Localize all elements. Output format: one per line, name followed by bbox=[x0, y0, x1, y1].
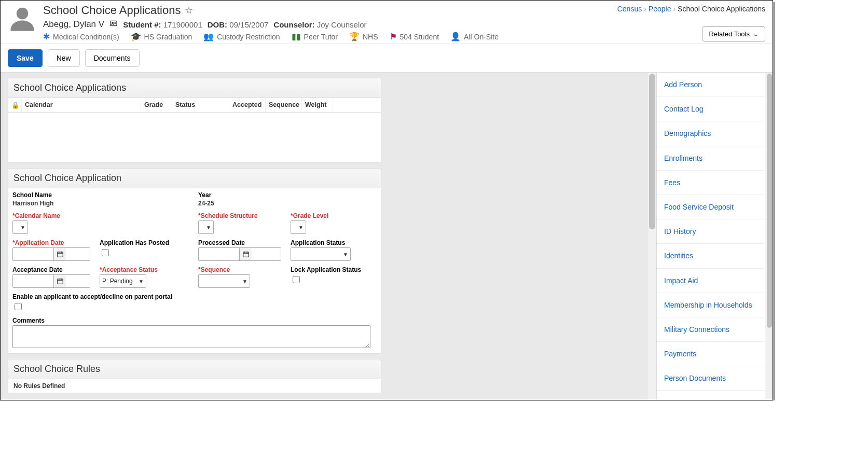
custody-icon: 👥 bbox=[203, 32, 214, 41]
lock-checkbox[interactable] bbox=[293, 276, 300, 283]
content-scrollbar[interactable] bbox=[648, 73, 656, 400]
table-empty bbox=[8, 113, 381, 162]
dob-value: 09/15/2007 bbox=[229, 20, 268, 29]
flag-custody[interactable]: 👥Custody Restriction bbox=[203, 32, 280, 41]
student-no-label: Student #: bbox=[123, 20, 161, 29]
acceptance-status-label: *Acceptance Status bbox=[100, 266, 189, 273]
comments-label: Comments bbox=[12, 317, 377, 324]
svg-rect-5 bbox=[57, 252, 63, 257]
sidebar-item-fees[interactable]: Fees bbox=[657, 171, 773, 195]
flag-peer-tutor[interactable]: ▮▮Peer Tutor bbox=[292, 32, 338, 41]
acceptance-date-input[interactable] bbox=[12, 274, 90, 288]
sidebar-item-food-service-deposit[interactable]: Food Service Deposit bbox=[657, 195, 773, 219]
acceptance-date-label: Acceptance Date bbox=[12, 266, 90, 273]
svg-point-2 bbox=[112, 22, 114, 24]
calendar-icon[interactable] bbox=[53, 275, 66, 287]
lock-label: Lock Application Status bbox=[291, 266, 361, 273]
col-sequence[interactable]: Sequence bbox=[266, 98, 302, 112]
lock-icon: 🔒 bbox=[8, 98, 22, 112]
dob-label: DOB: bbox=[208, 20, 227, 29]
year-label: Year bbox=[198, 191, 214, 199]
applications-list-panel: School Choice Applications 🔒 Calendar Gr… bbox=[8, 78, 381, 163]
chevron-right-icon: › bbox=[673, 5, 676, 13]
app-status-select[interactable]: ▼ bbox=[291, 247, 351, 261]
sidebar-item-id-history[interactable]: ID History bbox=[657, 219, 773, 244]
sidebar-item-demographics[interactable]: Demographics bbox=[657, 121, 773, 146]
acceptance-status-select[interactable]: P: Pending ▼ bbox=[100, 274, 146, 288]
rules-panel: School Choice Rules No Rules Defined bbox=[8, 359, 381, 393]
sidebar-item-programs[interactable]: Programs bbox=[657, 391, 773, 400]
svg-rect-9 bbox=[243, 252, 249, 257]
sidebar-item-impact-aid[interactable]: Impact Aid bbox=[657, 269, 773, 293]
application-date-label: *Application Date bbox=[12, 239, 90, 246]
contact-card-icon[interactable] bbox=[109, 19, 118, 30]
rules-none: No Rules Defined bbox=[8, 379, 381, 393]
flag-icon: ⚑ bbox=[390, 32, 397, 41]
calendar-label: *Calendar Name bbox=[12, 212, 189, 219]
flag-nhs[interactable]: 🏆NHS bbox=[349, 32, 378, 41]
sidebar-item-enrollments[interactable]: Enrollments bbox=[657, 146, 773, 171]
sidebar-item-add-person[interactable]: Add Person bbox=[657, 73, 773, 97]
caret-down-icon: ▼ bbox=[298, 225, 304, 230]
documents-button[interactable]: Documents bbox=[85, 49, 140, 67]
flag-onsite[interactable]: 👤All On-Site bbox=[450, 32, 499, 41]
calendar-icon[interactable] bbox=[239, 248, 252, 260]
schedule-select[interactable]: ▼ bbox=[198, 220, 214, 234]
flag-medical[interactable]: ✱Medical Condition(s) bbox=[43, 32, 119, 41]
table-header: 🔒 Calendar Grade Status Accepted Sequenc… bbox=[8, 98, 381, 113]
col-grade[interactable]: Grade bbox=[141, 98, 172, 112]
counselor-label: Counselor: bbox=[273, 20, 314, 29]
col-status[interactable]: Status bbox=[172, 98, 229, 112]
sidebar-item-contact-log[interactable]: Contact Log bbox=[657, 97, 773, 121]
book-icon: ▮▮ bbox=[292, 32, 301, 41]
app-status-label: Application Status bbox=[291, 239, 351, 246]
grade-level-select[interactable]: ▼ bbox=[291, 220, 306, 234]
breadcrumb-link-census[interactable]: Census bbox=[617, 5, 642, 13]
avatar bbox=[8, 4, 37, 33]
chevron-right-icon: › bbox=[644, 5, 646, 13]
sidebar-item-membership-households[interactable]: Membership in Households bbox=[657, 293, 773, 317]
flag-graduation[interactable]: 🎓HS Graduation bbox=[131, 32, 192, 41]
sidebar-item-military-connections[interactable]: Military Connections bbox=[657, 317, 773, 342]
related-tools-label: Related Tools bbox=[709, 30, 750, 38]
posted-checkbox[interactable] bbox=[102, 249, 109, 256]
sidebar-item-payments[interactable]: Payments bbox=[657, 342, 773, 366]
related-tools-button[interactable]: Related Tools ⌄ bbox=[702, 26, 765, 41]
sidebar-scrollbar[interactable] bbox=[765, 73, 773, 400]
caret-down-icon: ▼ bbox=[343, 252, 348, 257]
processed-date-input[interactable] bbox=[198, 247, 281, 261]
sidebar-item-person-documents[interactable]: Person Documents bbox=[657, 366, 773, 391]
panel-title: School Choice Rules bbox=[8, 359, 381, 379]
processed-date-field[interactable] bbox=[199, 248, 239, 260]
calendar-icon[interactable] bbox=[53, 248, 66, 260]
comments-textarea[interactable] bbox=[12, 325, 370, 348]
star-icon[interactable]: ☆ bbox=[185, 5, 193, 16]
calendar-select[interactable]: ▼ bbox=[12, 220, 28, 234]
page-title: School Choice Applications bbox=[43, 4, 181, 17]
trophy-icon: 🏆 bbox=[349, 32, 360, 41]
application-date-input[interactable] bbox=[12, 247, 90, 261]
caret-down-icon: ▼ bbox=[206, 225, 211, 230]
school-name-label: School Name bbox=[12, 191, 189, 199]
person-name: Abegg, Dylan V bbox=[43, 19, 104, 30]
breadcrumb-link-people[interactable]: People bbox=[649, 5, 671, 13]
student-no-value: 171900001 bbox=[163, 20, 202, 29]
grade-level-label: *Grade Level bbox=[291, 212, 328, 219]
acceptance-status-value: P: Pending bbox=[102, 278, 133, 285]
col-weight[interactable]: Weight bbox=[302, 98, 333, 112]
col-calendar[interactable]: Calendar bbox=[22, 98, 141, 112]
flag-504[interactable]: ⚑504 Student bbox=[390, 32, 439, 41]
sequence-select[interactable]: ▼ bbox=[198, 274, 250, 288]
person-icon: 👤 bbox=[450, 32, 461, 41]
application-form-panel: School Choice Application School Name Ha… bbox=[8, 168, 381, 354]
new-button[interactable]: New bbox=[48, 49, 80, 67]
save-button[interactable]: Save bbox=[8, 49, 43, 67]
col-accepted[interactable]: Accepted bbox=[229, 98, 266, 112]
chevron-down-icon: ⌄ bbox=[753, 30, 759, 38]
acceptance-date-field[interactable] bbox=[13, 275, 53, 287]
application-date-field[interactable] bbox=[13, 248, 53, 260]
sidebar-item-identities[interactable]: Identities bbox=[657, 244, 773, 268]
posted-label: Application Has Posted bbox=[100, 239, 189, 246]
portal-checkbox[interactable] bbox=[15, 303, 22, 310]
portal-label: Enable an applicant to accept/decline on… bbox=[12, 293, 377, 300]
